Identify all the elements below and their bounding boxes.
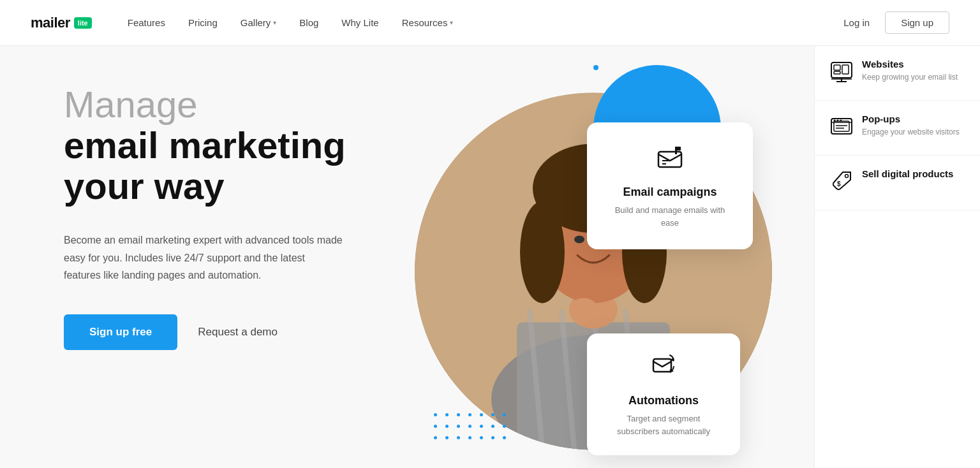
website-icon xyxy=(830,60,853,87)
hero-title-manage: Manage xyxy=(64,84,378,125)
email-card-title: Email campaigns xyxy=(610,186,730,199)
svg-rect-20 xyxy=(653,359,671,372)
logo[interactable]: mailer lite xyxy=(31,15,92,31)
svg-point-14 xyxy=(570,298,598,321)
hero-actions: Sign up free Request a demo xyxy=(64,314,378,350)
auto-card-desc: Target and segment subscribers automatic… xyxy=(607,413,720,437)
signup-free-button[interactable]: Sign up free xyxy=(64,314,177,350)
sell-icon: $ xyxy=(830,170,853,197)
hero-subtitle: Become an email marketing expert with ad… xyxy=(64,231,345,284)
svg-rect-26 xyxy=(842,65,849,74)
svg-rect-17 xyxy=(675,147,681,150)
dots-decoration xyxy=(434,413,509,442)
logo-text: mailer xyxy=(31,15,70,31)
login-button[interactable]: Log in xyxy=(843,17,870,28)
svg-point-38 xyxy=(845,175,849,178)
svg-point-34 xyxy=(837,120,839,122)
hero-section: Manage email marketing your way Become a… xyxy=(0,46,980,468)
signup-button[interactable]: Sign up xyxy=(885,11,949,34)
svg-rect-24 xyxy=(834,65,840,70)
nav-resources[interactable]: Resources ▾ xyxy=(402,17,454,28)
nav-whylite[interactable]: Why Lite xyxy=(341,17,378,28)
popup-icon xyxy=(830,115,853,142)
sidebar-websites: Websites Keep growing your email list xyxy=(815,46,980,101)
svg-text:$: $ xyxy=(837,180,841,187)
nav-gallery[interactable]: Gallery ▾ xyxy=(241,17,277,28)
chevron-down-icon: ▾ xyxy=(450,19,453,26)
hero-image-area: Email campaigns Build and manage emails … xyxy=(370,46,817,468)
mailbox-icon xyxy=(610,143,730,177)
hero-title-main: email marketing your way xyxy=(64,125,378,207)
svg-rect-25 xyxy=(834,71,840,74)
nav-pricing[interactable]: Pricing xyxy=(188,17,218,28)
hero-content: Manage email marketing your way Become a… xyxy=(0,46,408,468)
sidebar-sell-text: Sell digital products xyxy=(862,168,953,182)
auto-card-title: Automations xyxy=(607,394,720,407)
svg-point-12 xyxy=(574,235,584,243)
navbar: mailer lite Features Pricing Gallery ▾ B… xyxy=(0,0,980,46)
sidebar-popups-text: Pop-ups Engage your website visitors xyxy=(862,113,960,138)
sidebar-popups: Pop-ups Engage your website visitors xyxy=(815,101,980,156)
logo-badge: lite xyxy=(74,17,92,29)
email-campaigns-card: Email campaigns Build and manage emails … xyxy=(587,122,753,249)
automations-card: Automations Target and segment subscribe… xyxy=(587,333,740,455)
nav-actions: Log in Sign up xyxy=(843,11,949,34)
accent-dot-top xyxy=(593,65,598,70)
nav-blog[interactable]: Blog xyxy=(299,17,318,28)
chevron-down-icon: ▾ xyxy=(273,19,276,26)
svg-point-33 xyxy=(834,120,836,122)
sidebar-features: Websites Keep growing your email list xyxy=(814,46,980,468)
nav-links: Features Pricing Gallery ▾ Blog Why Lite… xyxy=(128,17,844,28)
automation-icon xyxy=(607,351,720,385)
sidebar-websites-text: Websites Keep growing your email list xyxy=(862,59,958,83)
nav-features[interactable]: Features xyxy=(128,17,165,28)
request-demo-button[interactable]: Request a demo xyxy=(198,326,278,339)
email-card-desc: Build and manage emails with ease xyxy=(610,204,730,229)
sidebar-sell: $ Sell digital products xyxy=(815,156,980,210)
svg-point-35 xyxy=(840,120,842,122)
svg-rect-15 xyxy=(658,152,681,167)
svg-point-10 xyxy=(520,201,565,303)
